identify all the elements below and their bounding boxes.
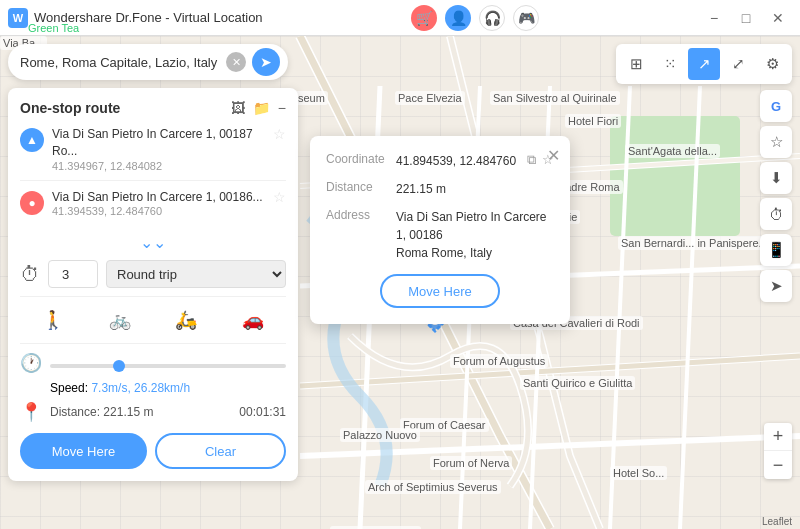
toolbar-grid-button[interactable]: ⊞ [620,48,652,80]
popup-move-here-button[interactable]: Move Here [380,274,500,308]
route-options: ⏱ Round trip One way [20,260,286,288]
history-button[interactable]: ⏱ [760,198,792,230]
route-panel: One-stop route 🖼 📁 − ▲ Via Di San Pietro… [8,88,298,481]
toolbar-path-button[interactable]: ⤢ [722,48,754,80]
map-label-santi-quirico: Santi Quirico e Giulitta [520,376,635,390]
distance-icon: 📍 [20,401,42,423]
map-label-forum-nerva: Forum of Nerva [430,456,512,470]
panel-image-button[interactable]: 🖼 [231,100,245,116]
google-maps-button[interactable]: G [760,90,792,122]
toolbar-points-button[interactable]: ⁙ [654,48,686,80]
green-tea-label: Green Tea [28,22,79,34]
popup-distance-value: 221.15 m [396,180,554,198]
favorite-button[interactable]: ☆ [760,126,792,158]
device-button[interactable]: 📱 [760,234,792,266]
panel-buttons: Move Here Clear [20,433,286,469]
zoom-controls: + − [764,423,792,479]
navigate-button[interactable]: ➤ [760,270,792,302]
game-button[interactable]: 🎮 [513,5,539,31]
coordinate-popup: ✕ Coordinate 41.894539, 12.484760 ⧉ ☆ Di… [310,136,570,324]
time-text: 00:01:31 [239,405,286,419]
popup-close-button[interactable]: ✕ [547,146,560,165]
waypoint-2: ● Via Di San Pietro In Carcere 1, 00186.… [20,189,286,226]
speed-row: 🕐 [20,352,286,374]
main-area: Wax Museum Pace Elvezia San Silvestro al… [0,36,800,529]
waypoint-2-coords: 41.394539, 12.484760 [52,205,269,217]
speed-label: Speed: [50,381,88,395]
headset-button[interactable]: 🎧 [479,5,505,31]
search-go-button[interactable]: ➤ [252,48,280,76]
expand-button[interactable]: ⌄⌄ [20,233,286,252]
speed-kmh: 26.28km/h [134,381,190,395]
route-type-select[interactable]: Round trip One way [106,260,286,288]
search-input[interactable] [20,55,226,70]
toolbar-settings-button[interactable]: ⚙ [756,48,788,80]
top-toolbar: ⊞ ⁙ ↗ ⤢ ⚙ [616,44,792,84]
waypoint-2-name: Via Di San Pietro In Carcere 1, 00186... [52,189,269,206]
download-button[interactable]: ⬇ [760,162,792,194]
waypoint-end-icon: ● [20,191,44,215]
speed-value: 7.3m/s, [91,381,130,395]
map-label-sant-agata: Sant'Agata della... [625,144,720,158]
waypoint-1-name: Via Di San Pietro In Carcere 1, 00187 Ro… [52,126,269,160]
search-clear-button[interactable]: ✕ [226,52,246,72]
map-area[interactable]: Wax Museum Pace Elvezia San Silvestro al… [0,36,800,529]
close-button[interactable]: ✕ [764,8,792,28]
waypoint-start-icon: ▲ [20,128,44,152]
popup-address-value: Via Di San Pietro In Carcere 1, 00186 Ro… [396,208,554,262]
map-label-arch-sept: Arch of Septimius Severus [365,480,501,494]
speed-slider[interactable] [50,364,286,368]
scooter-button[interactable]: 🛵 [171,305,201,335]
titlebar: W Wondershare Dr.Fone - Virtual Location… [0,0,800,36]
search-bar: ✕ ➤ [8,44,288,80]
maximize-button[interactable]: □ [732,8,760,28]
transport-modes: 🚶 🚲 🛵 🚗 [20,296,286,344]
bike-button[interactable]: 🚲 [105,305,135,335]
panel-collapse-button[interactable]: − [278,100,286,116]
map-label-san-bern: San Bernardi... in Panispere... [618,236,771,250]
zoom-in-button[interactable]: + [764,423,792,451]
popup-distance-row: Distance 221.15 m [326,180,554,198]
panel-folder-button[interactable]: 📁 [253,100,270,116]
popup-copy-icon[interactable]: ⧉ [527,152,536,168]
map-label-hotel-fiori: Hotel Fiori [565,114,621,128]
speed-text: Speed: 7.3m/s, 26.28km/h [50,381,190,395]
toolbar-route-button[interactable]: ↗ [688,48,720,80]
waypoint-1: ▲ Via Di San Pietro In Carcere 1, 00187 … [20,126,286,181]
waypoint-1-star[interactable]: ☆ [273,126,286,142]
minimize-button[interactable]: − [700,8,728,28]
leaflet-attribution: Leaflet [762,516,792,527]
map-label-hotel-so: Hotel So... [610,466,667,480]
clear-button[interactable]: Clear [155,433,286,469]
popup-address-label: Address [326,208,396,222]
app-icon: W [8,8,28,28]
map-label-forum-augustus: Forum of Augustus [450,354,548,368]
popup-address-row: Address Via Di San Pietro In Carcere 1, … [326,208,554,262]
car-button[interactable]: 🚗 [238,305,268,335]
right-toolbar: G ☆ ⬇ ⏱ 📱 ➤ [760,90,792,302]
move-here-button[interactable]: Move Here [20,433,147,469]
popup-distance-label: Distance [326,180,396,194]
timer-icon: ⏱ [20,263,40,286]
popup-coord-label: Coordinate [326,152,396,166]
svg-text:W: W [13,12,24,24]
map-label-palazzo-nuovo: Palazzo Nuovo [340,428,420,442]
distance-row: 📍 Distance: 221.15 m 00:01:31 [20,401,286,423]
popup-coord-row: Coordinate 41.894539, 12.484760 ⧉ ☆ [326,152,554,170]
user-button[interactable]: 👤 [445,5,471,31]
walk-button[interactable]: 🚶 [38,305,68,335]
popup-coord-value: 41.894539, 12.484760 [396,152,521,170]
distance-text: Distance: 221.15 m [50,405,231,419]
route-count-input[interactable] [48,260,98,288]
zoom-out-button[interactable]: − [764,451,792,479]
cart-button[interactable]: 🛒 [411,5,437,31]
speedometer-icon: 🕐 [20,352,42,374]
waypoint-1-coords: 41.394967, 12.484082 [52,160,269,172]
panel-title: One-stop route [20,100,231,116]
map-label-pace: Pace Elvezia [395,91,465,105]
waypoint-2-star[interactable]: ☆ [273,189,286,205]
map-label-san-silvestro: San Silvestro al Quirinale [490,91,620,105]
